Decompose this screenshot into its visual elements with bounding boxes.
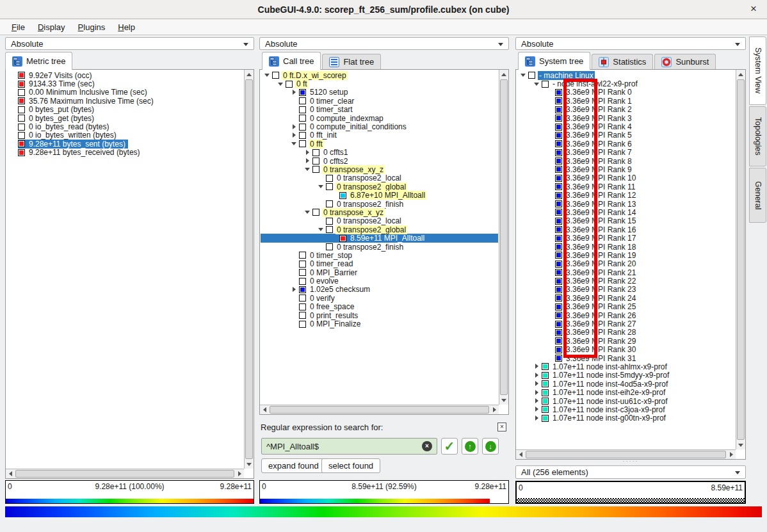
tree-item[interactable]: 0 free_space — [261, 303, 498, 311]
tree-item[interactable]: 0 timer_clear — [261, 97, 498, 105]
vertical-scrollbar[interactable] — [244, 70, 254, 469]
tree-item[interactable]: 0 transpose_xy_z — [261, 165, 498, 173]
tree-item[interactable]: - node inst-awl22-x9-prof — [517, 79, 735, 88]
collapse-arrow-icon[interactable] — [303, 208, 312, 216]
tree-item[interactable]: 0 io_bytes_read (bytes) — [6, 122, 243, 131]
scrollbar-thumb[interactable] — [500, 79, 508, 395]
tree-item[interactable]: 0 timer_read — [261, 260, 498, 268]
tree-item[interactable]: 3.36e9 MPI Rank 10 — [517, 174, 735, 182]
tree-item[interactable]: 0 compute_indexmap — [261, 114, 498, 122]
tree-item[interactable]: 0 compute_initial_conditions — [261, 122, 498, 131]
expand-arrow-icon[interactable] — [533, 414, 542, 423]
tree-item[interactable]: 3.36e9 MPI Rank 15 — [517, 217, 735, 225]
tree-item[interactable]: 3.36e9 MPI Rank 4 — [517, 122, 735, 131]
tree-item[interactable]: 1.07e+11 node inst-uu61c-x9-prof — [517, 397, 735, 405]
scroll-right-button[interactable] — [727, 450, 736, 459]
tree-item[interactable]: 0 fft — [261, 140, 498, 148]
vertical-scrollbar[interactable] — [499, 70, 508, 405]
tree-item[interactable]: 0 transpose2_local — [261, 174, 498, 182]
tree-item[interactable]: 1.07e+11 node inst-4od5a-x9-prof — [517, 380, 735, 388]
tab-flat-tree[interactable]: Flat tree — [322, 54, 381, 69]
scroll-down-button[interactable] — [736, 440, 745, 449]
tree-item[interactable]: 3.36e9 MPI Rank 24 — [517, 294, 735, 302]
tab-call-tree[interactable]: Call tree — [262, 52, 321, 70]
expand-arrow-icon[interactable] — [533, 380, 542, 388]
tree-item[interactable]: 8.59e+11 MPI_Alltoall — [261, 234, 498, 242]
tree-item[interactable]: - machine Linux — [517, 71, 735, 79]
tree-item[interactable]: 3.36e9 MPI Rank 28 — [517, 328, 735, 337]
tree-item[interactable]: 1.07e+11 node inst-eih2e-x9-prof — [517, 388, 735, 396]
collapse-arrow-icon[interactable] — [533, 80, 542, 88]
scrollbar-thumb[interactable] — [737, 79, 745, 440]
tree-item[interactable]: 0 cffts1 — [261, 149, 498, 157]
tree-item[interactable]: 9.28e+11 bytes_received (bytes) — [6, 149, 243, 157]
expand-arrow-icon[interactable] — [533, 397, 542, 405]
side-tab-general[interactable]: General — [749, 168, 766, 223]
tree-item[interactable]: 3.36e9 MPI Rank 20 — [517, 260, 735, 268]
menu-plugins[interactable]: Plugins — [72, 20, 112, 34]
scroll-left-button[interactable] — [516, 450, 525, 459]
scroll-up-button[interactable] — [499, 70, 508, 79]
scroll-down-button[interactable] — [245, 460, 254, 469]
scroll-down-button[interactable] — [499, 396, 508, 405]
system-subset-combo[interactable]: All (256 elements) — [515, 465, 746, 479]
splitter-handle[interactable]: ····· — [611, 458, 650, 464]
menu-display[interactable]: Display — [31, 20, 72, 34]
tree-item[interactable]: 0 ft — [261, 79, 498, 88]
tree-item[interactable]: 3.36e9 MPI Rank 1 — [517, 97, 735, 105]
tree-item[interactable]: 3.36e9 MPI Rank 30 — [517, 346, 735, 354]
tree-item[interactable]: 1.07e+11 node inst-g00tn-x9-prof — [517, 414, 735, 423]
clear-input-icon[interactable]: × — [422, 441, 432, 451]
call-value-mode-combo[interactable]: Absolute — [259, 37, 509, 50]
tree-item[interactable]: 35.76 Maximum Inclusive Time (sec) — [6, 97, 243, 105]
horizontal-scrollbar[interactable] — [6, 469, 244, 478]
tree-item[interactable]: 6.87e+10 MPI_Alltoall — [261, 191, 498, 199]
close-icon[interactable]: × — [750, 3, 757, 15]
tree-item[interactable]: 1.07e+11 node inst-c3joa-x9-prof — [517, 405, 735, 414]
tree-item[interactable]: 3.36e9 MPI Rank 2 — [517, 106, 735, 114]
tree-item[interactable]: 1.07e+11 node inst-5mdyy-x9-prof — [517, 371, 735, 380]
tree-item[interactable]: 3.36e9 MPI Rank 21 — [517, 268, 735, 277]
collapse-arrow-icon[interactable] — [263, 71, 272, 79]
tree-item[interactable]: 0 print_results — [261, 311, 498, 319]
tree-item[interactable]: 3.36e9 MPI Rank 3 — [517, 114, 735, 122]
horizontal-scrollbar[interactable] — [260, 405, 499, 414]
expand-arrow-icon[interactable] — [303, 157, 312, 165]
side-tab-system-view[interactable]: System View — [749, 36, 766, 105]
tree-item[interactable]: 0 MPI_Finalize — [261, 319, 498, 328]
menu-help[interactable]: Help — [111, 20, 141, 34]
expand-arrow-icon[interactable] — [533, 389, 542, 397]
collapse-arrow-icon[interactable] — [519, 71, 528, 79]
tree-item[interactable]: 3.36e9 MPI Rank 5 — [517, 131, 735, 140]
expand-arrow-icon[interactable] — [533, 371, 542, 380]
tree-item[interactable]: 3.36e9 MPI Rank 7 — [517, 149, 735, 157]
tree-item[interactable]: 3.36e9 MPI Rank 16 — [517, 225, 735, 234]
tree-item[interactable]: 0 cffts2 — [261, 157, 498, 165]
tree-item[interactable]: 3.36e9 MPI Rank 11 — [517, 182, 735, 191]
metric-value-mode-combo[interactable]: Absolute — [5, 37, 254, 50]
tree-item[interactable]: 3.36e9 MPI Rank 13 — [517, 200, 735, 208]
tree-item[interactable]: 3.36e9 MPI Rank 12 — [517, 191, 735, 199]
tree-item[interactable]: 3.36e9 MPI Rank 22 — [517, 277, 735, 285]
expand-arrow-icon[interactable] — [533, 362, 542, 371]
tree-item[interactable]: 0 bytes_put (bytes) — [6, 106, 243, 114]
collapse-arrow-icon[interactable] — [277, 80, 286, 88]
tree-item[interactable]: 9.28e+11 bytes_sent (bytes) — [6, 140, 243, 148]
side-tab-topologies[interactable]: Topologies — [749, 106, 766, 166]
scroll-right-button[interactable] — [235, 469, 244, 478]
tab-system-tree[interactable]: System tree — [518, 52, 590, 70]
tree-item[interactable]: 3.36e9 MPI Rank 19 — [517, 251, 735, 259]
scrollbar-thumb[interactable] — [245, 79, 253, 459]
search-confirm-button[interactable]: ✓ — [441, 438, 458, 455]
collapse-arrow-icon[interactable] — [317, 182, 326, 191]
scroll-up-button[interactable] — [245, 70, 254, 79]
tree-item[interactable]: 0.00 Minimum Inclusive Time (sec) — [6, 88, 243, 97]
tree-item[interactable]: 0 fft_init — [261, 131, 498, 140]
tree-item[interactable]: 0 transpose2_local — [261, 217, 498, 225]
tree-item[interactable]: 0 MPI_Barrier — [261, 268, 498, 277]
tree-item[interactable]: 3.36e9 MPI Rank 9 — [517, 165, 735, 173]
close-icon[interactable]: × — [497, 423, 506, 431]
expand-arrow-icon[interactable] — [290, 123, 299, 131]
tree-item[interactable]: 0 transpose2_finish — [261, 200, 498, 208]
expand-arrow-icon[interactable] — [290, 131, 299, 140]
